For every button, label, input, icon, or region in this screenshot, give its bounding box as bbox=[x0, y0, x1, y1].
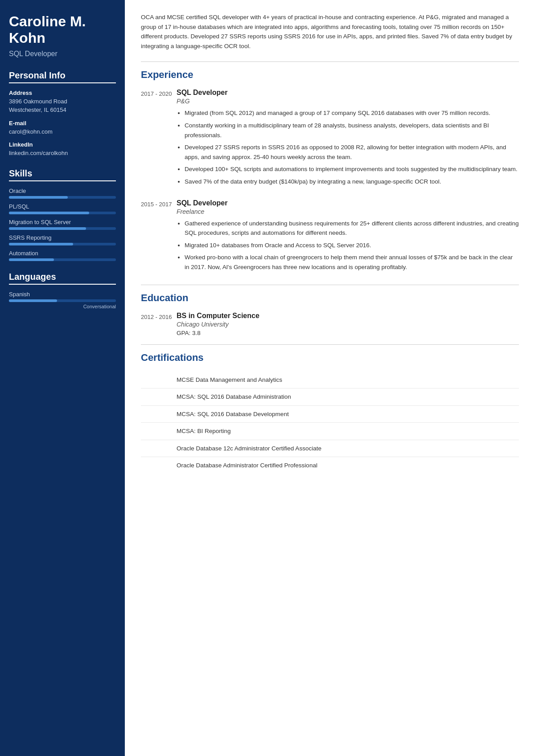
skill-bar-bg bbox=[9, 196, 116, 199]
certifications-heading: Certifications bbox=[141, 352, 519, 364]
skill-item: SSRS Reporting bbox=[9, 234, 116, 245]
education-list: 2012 - 2016BS in Computer ScienceChicago… bbox=[141, 312, 519, 336]
education-item: 2012 - 2016BS in Computer ScienceChicago… bbox=[141, 312, 519, 336]
exp-dates: 2017 - 2020 bbox=[141, 89, 177, 189]
skills-list: OraclePL/SQLMigration to SQL ServerSSRS … bbox=[9, 188, 116, 261]
sidebar-job-title: SQL Developer bbox=[9, 50, 116, 58]
exp-bullet: Migrated 10+ databases from Oracle and A… bbox=[185, 241, 519, 250]
skill-item: Automation bbox=[9, 250, 116, 261]
experience-item: 2015 - 2017SQL DeveloperFreelanceGathere… bbox=[141, 199, 519, 275]
skill-bar-fill bbox=[9, 212, 89, 214]
exp-bullets: Migrated (from SQL 2012) and managed a g… bbox=[177, 108, 519, 186]
address-line1: 3896 Oakmound Road bbox=[9, 97, 116, 106]
sidebar: Caroline M. Kohn SQL Developer Personal … bbox=[0, 0, 125, 756]
edu-degree: BS in Computer Science bbox=[177, 312, 519, 320]
cert-item: MCSE Data Management and Analytics bbox=[141, 372, 519, 389]
languages-section: Languages SpanishConversational bbox=[9, 272, 116, 309]
language-item: SpanishConversational bbox=[9, 291, 116, 309]
experience-divider bbox=[141, 61, 519, 62]
address-label: Address bbox=[9, 90, 116, 96]
summary-text: OCA and MCSE certified SQL developer wit… bbox=[141, 12, 519, 51]
edu-details: BS in Computer ScienceChicago University… bbox=[177, 312, 519, 336]
skill-name: PL/SQL bbox=[9, 203, 116, 210]
education-divider bbox=[141, 285, 519, 285]
exp-job-title: SQL Developer bbox=[177, 199, 519, 207]
exp-bullet: Constantly working in a multidisciplinar… bbox=[185, 121, 519, 140]
skill-bar-fill bbox=[9, 258, 54, 261]
certifications-list: MCSE Data Management and AnalyticsMCSA: … bbox=[141, 372, 519, 474]
skill-bar-fill bbox=[9, 227, 86, 230]
main-content: OCA and MCSE certified SQL developer wit… bbox=[125, 0, 535, 756]
exp-bullet: Worked pro-bono with a local chain of gr… bbox=[185, 253, 519, 272]
exp-company: Freelance bbox=[177, 208, 519, 215]
personal-info-heading: Personal Info bbox=[9, 70, 116, 83]
experience-list: 2017 - 2020SQL DeveloperP&GMigrated (fro… bbox=[141, 89, 519, 274]
personal-info-section: Personal Info Address 3896 Oakmound Road… bbox=[9, 70, 116, 158]
languages-list: SpanishConversational bbox=[9, 291, 116, 309]
exp-details: SQL DeveloperP&GMigrated (from SQL 2012)… bbox=[177, 89, 519, 189]
exp-bullet: Developed 27 SSRS reports in SSRS 2016 a… bbox=[185, 143, 519, 162]
language-bar-bg bbox=[9, 299, 116, 302]
skill-bar-bg bbox=[9, 212, 116, 214]
cert-item: Oracle Database Administrator Certified … bbox=[141, 457, 519, 474]
edu-gpa: GPA: 3.8 bbox=[177, 330, 519, 336]
exp-company: P&G bbox=[177, 98, 519, 105]
edu-school: Chicago University bbox=[177, 321, 519, 328]
skill-bar-bg bbox=[9, 258, 116, 261]
skill-bar-fill bbox=[9, 243, 73, 245]
skill-bar-bg bbox=[9, 243, 116, 245]
exp-bullet: Gathered experience of understanding bus… bbox=[185, 219, 519, 238]
education-heading: Education bbox=[141, 292, 519, 304]
skill-bar-bg bbox=[9, 227, 116, 230]
language-bar-fill bbox=[9, 299, 57, 302]
skill-name: Migration to SQL Server bbox=[9, 219, 116, 225]
cert-item: MCSA: BI Reporting bbox=[141, 423, 519, 440]
experience-item: 2017 - 2020SQL DeveloperP&GMigrated (fro… bbox=[141, 89, 519, 189]
sidebar-name: Caroline M. Kohn bbox=[9, 13, 116, 46]
cert-item: MCSA: SQL 2016 Database Administration bbox=[141, 388, 519, 406]
skill-item: Oracle bbox=[9, 188, 116, 199]
exp-bullets: Gathered experience of understanding bus… bbox=[177, 219, 519, 272]
exp-bullet: Migrated (from SQL 2012) and managed a g… bbox=[185, 108, 519, 118]
skill-name: SSRS Reporting bbox=[9, 234, 116, 241]
skill-name: Automation bbox=[9, 250, 116, 257]
skill-name: Oracle bbox=[9, 188, 116, 194]
exp-dates: 2015 - 2017 bbox=[141, 199, 177, 275]
skills-section: Skills OraclePL/SQLMigration to SQL Serv… bbox=[9, 168, 116, 261]
email-label: E-mail bbox=[9, 120, 116, 127]
languages-heading: Languages bbox=[9, 272, 116, 285]
skill-bar-fill bbox=[9, 196, 68, 199]
language-name: Spanish bbox=[9, 291, 116, 298]
linkedin-label: LinkedIn bbox=[9, 141, 116, 148]
edu-dates: 2012 - 2016 bbox=[141, 312, 177, 336]
exp-job-title: SQL Developer bbox=[177, 89, 519, 97]
exp-bullet: Developed 100+ SQL scripts and automatio… bbox=[185, 164, 519, 174]
language-level: Conversational bbox=[9, 304, 116, 309]
cert-item: MCSA: SQL 2016 Database Development bbox=[141, 406, 519, 423]
address-line2: Westchester, IL 60154 bbox=[9, 106, 116, 114]
email-value: carol@kohn.com bbox=[9, 127, 116, 136]
exp-details: SQL DeveloperFreelanceGathered experienc… bbox=[177, 199, 519, 275]
skill-item: Migration to SQL Server bbox=[9, 219, 116, 230]
experience-heading: Experience bbox=[141, 69, 519, 81]
exp-bullet: Saved 7% of the data entry budget ($140k… bbox=[185, 177, 519, 187]
skill-item: PL/SQL bbox=[9, 203, 116, 214]
skills-heading: Skills bbox=[9, 168, 116, 181]
linkedin-value: linkedin.com/carolkohn bbox=[9, 149, 116, 158]
certifications-divider bbox=[141, 344, 519, 345]
cert-item: Oracle Database 12c Administrator Certif… bbox=[141, 440, 519, 458]
